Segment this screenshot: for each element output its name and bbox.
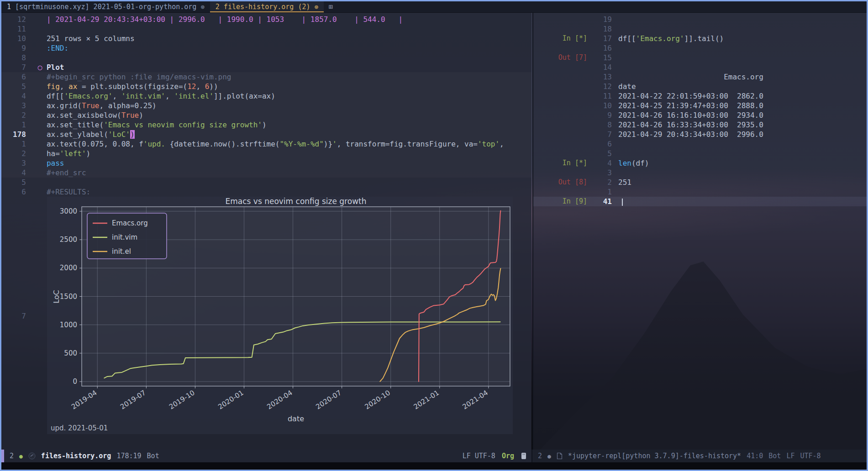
code-span: :END: bbox=[33, 44, 68, 52]
code-span: , transform=fig.transFigure, va= bbox=[337, 140, 478, 148]
repl-margin bbox=[533, 101, 592, 110]
repl-line[interactable]: 72021-04-29 20:43:34+03:00 2996.0 bbox=[533, 130, 867, 139]
repl-line[interactable]: Out [8]2251 bbox=[533, 178, 867, 187]
code-span: , bbox=[112, 92, 121, 100]
code-span: df[[ bbox=[618, 34, 636, 43]
repl-line[interactable]: Out [7]15 bbox=[533, 53, 867, 63]
line-number: 12 bbox=[592, 82, 618, 91]
jupyter-repl-window[interactable]: 1918In [*]17df[['Emacs.org']].tail()16Ou… bbox=[532, 13, 867, 450]
line-number: 11 bbox=[592, 91, 618, 101]
code-span: ax.set_axisbelow( bbox=[33, 111, 121, 120]
code-line[interactable]: 6 #+begin_src python :file img/emacs-vim… bbox=[1, 72, 531, 82]
repl-margin bbox=[533, 168, 592, 178]
svg-text:init.el: init.el bbox=[112, 247, 131, 256]
code-line[interactable]: 1 ax.text(0.075, 0.08, f'upd. {datetime.… bbox=[1, 139, 531, 149]
line-text: 2021-04-29 20:43:34+03:00 2996.0 bbox=[618, 130, 763, 139]
code-span: ha= bbox=[33, 149, 60, 158]
code-line[interactable]: 4 #+end_src bbox=[1, 168, 531, 178]
code-span: ax.grid( bbox=[33, 101, 82, 110]
line-text: 251 bbox=[618, 178, 631, 187]
tab-org-python[interactable]: 1 [sqrtminusone.xyz] 2021-05-01-org-pyth… bbox=[1, 1, 210, 12]
repl-line[interactable]: 6 bbox=[533, 139, 867, 149]
inline-image-line[interactable]: 72019-042019-072019-102020-012020-042020… bbox=[1, 197, 531, 435]
repl-line[interactable]: 102021-04-25 21:39:47+03:00 2888.0 bbox=[533, 101, 867, 110]
line-number: 2 bbox=[1, 149, 33, 158]
code-line[interactable]: 12 | 2021-04-29 20:43:34+03:00 | 2996.0 … bbox=[1, 15, 531, 24]
eol-indicator: LF bbox=[786, 452, 794, 460]
scroll-position: Bot bbox=[147, 452, 159, 460]
code-line[interactable]: 9 :END: bbox=[1, 43, 531, 53]
code-line[interactable]: 5 fig, ax = plt.subplots(figsize=(12, 6)… bbox=[1, 82, 531, 91]
code-span: #+begin_src python :file img/emacs-vim.p… bbox=[33, 73, 231, 81]
code-line[interactable]: 11 bbox=[1, 24, 531, 34]
repl-line[interactable]: 92021-04-26 16:16:10+03:00 2934.0 bbox=[533, 110, 867, 120]
repl-line[interactable]: 3 bbox=[533, 168, 867, 178]
echo-area[interactable] bbox=[1, 462, 867, 471]
code-line[interactable]: 2 ax.set_axisbelow(True) bbox=[1, 110, 531, 120]
repl-line[interactable]: In [9]41 bbox=[533, 197, 867, 206]
tab-close-icon[interactable]: ⊗ bbox=[315, 3, 318, 10]
major-mode[interactable]: Org bbox=[502, 452, 514, 460]
code-span: ) bbox=[139, 111, 143, 120]
repl-line[interactable]: 18 bbox=[533, 24, 867, 34]
repl-line[interactable]: 12date bbox=[533, 82, 867, 91]
code-span: 12 bbox=[187, 82, 196, 91]
line-text: ax.set_title('Emacs vs neovim config siz… bbox=[33, 120, 267, 130]
repl-line[interactable]: 112021-04-22 22:01:59+03:00 2862.0 bbox=[533, 91, 867, 101]
repl-out-prompt: Out [7] bbox=[533, 53, 592, 63]
buffer-name[interactable]: files-history.org bbox=[41, 452, 111, 460]
code-line[interactable]: 5 bbox=[1, 178, 531, 187]
line-number: 4 bbox=[592, 158, 618, 168]
line-number: 10 bbox=[592, 101, 618, 110]
repl-line[interactable]: 14 bbox=[533, 63, 867, 72]
repl-line[interactable]: 5 bbox=[533, 149, 867, 158]
code-span: ) bbox=[262, 120, 267, 129]
repl-margin bbox=[533, 187, 592, 197]
code-line[interactable]: 1 ax.set_title('Emacs vs neovim config s… bbox=[1, 120, 531, 130]
line-text bbox=[618, 197, 623, 206]
code-span: 2021-04-29 20:43:34+03:00 2996.0 bbox=[618, 130, 763, 139]
code-line[interactable]: 7 ◯ Plot bbox=[1, 63, 531, 72]
line-number: 8 bbox=[1, 53, 33, 63]
repl-line[interactable]: 16 bbox=[533, 43, 867, 53]
code-line[interactable]: 3 pass bbox=[1, 158, 531, 168]
tab-close-icon[interactable]: ⊗ bbox=[200, 3, 204, 10]
code-line[interactable]: 6 #+RESULTS: bbox=[1, 187, 531, 197]
repl-line[interactable]: In [*]4len(df) bbox=[533, 158, 867, 168]
line-number: 9 bbox=[592, 110, 618, 120]
line-text: 251 rows × 5 columns bbox=[33, 34, 135, 43]
modified-indicator-icon: ● bbox=[547, 453, 551, 460]
line-number: 11 bbox=[1, 24, 33, 34]
code-span: df[[ bbox=[33, 92, 64, 100]
scroll-position: Bot bbox=[768, 452, 781, 460]
repl-line[interactable]: 1 bbox=[533, 187, 867, 197]
buffer-name[interactable]: *jupyter-repl[python 3.7.9]-files-histor… bbox=[568, 452, 741, 460]
code-line[interactable]: 178 ax.set_ylabel('LoC') bbox=[1, 130, 531, 139]
repl-line[interactable]: In [*]17df[['Emacs.org']].tail() bbox=[533, 34, 867, 43]
org-buffer-window[interactable]: 12 | 2021-04-29 20:43:34+03:00 | 2996.0 … bbox=[1, 13, 531, 450]
code-line[interactable]: 4 df[['Emacs.org', 'init.vim', 'init.el'… bbox=[1, 91, 531, 101]
code-span: #+RESULTS: bbox=[33, 188, 90, 196]
repl-in-prompt: In [*] bbox=[533, 34, 592, 43]
text-cursor: ) bbox=[130, 130, 135, 139]
svg-text:3000: 3000 bbox=[60, 207, 77, 215]
code-line[interactable]: 8 bbox=[1, 53, 531, 63]
svg-text:1000: 1000 bbox=[60, 321, 77, 329]
code-line[interactable]: 3 ax.grid(True, alpha=0.25) bbox=[1, 101, 531, 110]
code-line[interactable]: 10 251 rows × 5 columns bbox=[1, 34, 531, 43]
code-line[interactable]: 2 ha='left') bbox=[1, 149, 531, 158]
code-span: ◯ bbox=[33, 63, 47, 72]
new-tab-button[interactable]: ⊞ bbox=[324, 1, 337, 12]
org-file-icon bbox=[28, 452, 36, 460]
tab-files-history[interactable]: 2 files-history.org (2) ⊗ bbox=[210, 1, 324, 12]
code-span: fig bbox=[47, 82, 60, 91]
line-number: 14 bbox=[592, 63, 618, 72]
svg-text:2000: 2000 bbox=[60, 264, 77, 272]
modelines: 2 ● files-history.org 178:19 Bot LF UTF-… bbox=[1, 450, 867, 462]
repl-line[interactable]: 13 Emacs.org bbox=[533, 72, 867, 82]
line-number: 5 bbox=[592, 149, 618, 158]
repl-line[interactable]: 19 bbox=[533, 15, 867, 24]
code-span: pass bbox=[47, 159, 64, 167]
repl-line[interactable]: 82021-04-26 16:33:34+03:00 2935.0 bbox=[533, 120, 867, 130]
line-text: ◯ Plot bbox=[33, 63, 64, 72]
